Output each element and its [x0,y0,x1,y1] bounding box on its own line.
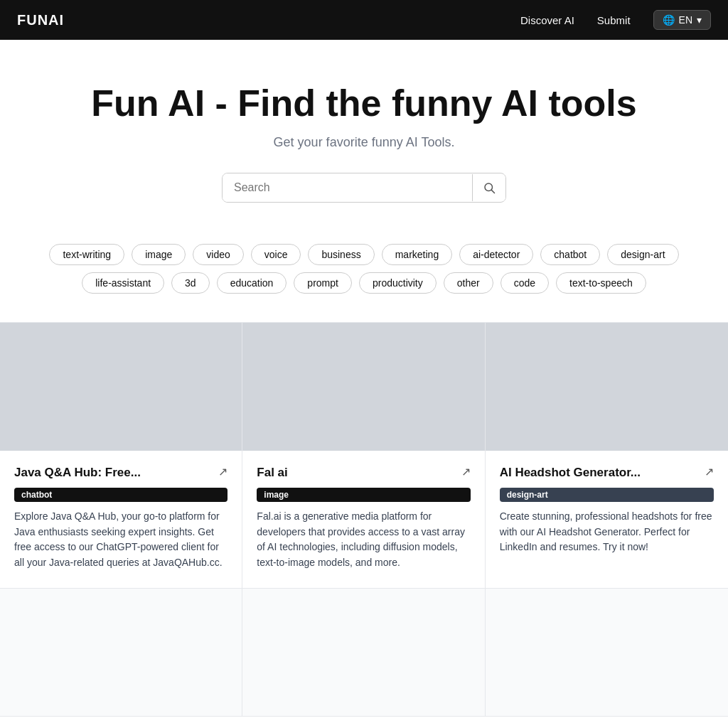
hero-subtitle: Get your favorite funny AI Tools. [14,135,714,150]
tag-design-art[interactable]: design-art [607,244,678,265]
logo: FUNAI [17,12,64,28]
search-container [14,173,714,203]
card-5-partial [242,589,485,717]
card-1-body: Java Q&A Hub: Free... ↗ chatbot Explore … [0,451,242,588]
search-icon [483,181,496,194]
card-4-partial [0,589,242,717]
card-3-header: AI Headshot Generator... ↗ [500,465,714,481]
tag-ai-detector[interactable]: ai-detector [459,244,533,265]
hero-title: Fun AI - Find the funny AI tools [14,82,714,125]
tag-prompt[interactable]: prompt [294,272,352,294]
search-button[interactable] [472,174,505,201]
tag-code[interactable]: code [500,272,549,294]
tag-3d[interactable]: 3d [171,272,210,294]
card-6-partial [486,589,728,717]
nav-links: Discover AI Submit 🌐 EN ▾ [520,10,711,30]
nav-submit[interactable]: Submit [597,14,631,26]
card-3-image [486,323,728,451]
card-2-badge: image [257,488,470,502]
language-selector[interactable]: 🌐 EN ▾ [653,10,711,30]
card-2-ext-link[interactable]: ↗ [461,465,471,478]
tag-business[interactable]: business [308,244,374,265]
nav-discover-ai[interactable]: Discover AI [520,14,574,26]
card-2-desc: Fal.ai is a generative media platform fo… [257,509,470,571]
card-1-image [0,323,242,451]
card-2-body: Fal ai ↗ image Fal.ai is a generative me… [242,451,484,588]
card-2-header: Fal ai ↗ [257,465,470,481]
tag-video[interactable]: video [193,244,243,265]
card-3-body: AI Headshot Generator... ↗ design-art Cr… [486,451,728,588]
tag-text-writing[interactable]: text-writing [49,244,124,265]
card-1: Java Q&A Hub: Free... ↗ chatbot Explore … [0,323,242,589]
svg-line-1 [491,190,494,193]
card-3: AI Headshot Generator... ↗ design-art Cr… [486,323,728,589]
card-3-badge: design-art [500,488,714,502]
hero-section: Fun AI - Find the funny AI tools Get you… [0,40,728,244]
card-2: Fal ai ↗ image Fal.ai is a generative me… [242,323,485,589]
search-box [222,173,506,203]
tag-productivity[interactable]: productivity [359,272,437,294]
language-code: EN [679,14,692,26]
tag-text-to-speech[interactable]: text-to-speech [556,272,646,294]
tag-other[interactable]: other [444,272,493,294]
card-1-badge: chatbot [14,488,228,502]
search-input[interactable] [223,173,472,202]
globe-icon: 🌐 [663,14,675,26]
chevron-down-icon: ▾ [697,14,702,26]
card-1-header: Java Q&A Hub: Free... ↗ [14,465,228,481]
card-2-title: Fal ai [257,465,287,481]
tags-section: text-writingimagevideovoicebusinessmarke… [0,244,728,322]
tag-image[interactable]: image [132,244,186,265]
tag-voice[interactable]: voice [251,244,301,265]
tag-education[interactable]: education [217,272,287,294]
tag-chatbot[interactable]: chatbot [540,244,600,265]
card-1-ext-link[interactable]: ↗ [218,465,228,478]
card-3-title: AI Headshot Generator... [500,465,641,481]
card-1-title: Java Q&A Hub: Free... [14,465,141,481]
card-3-desc: Create stunning, professional headshots … [500,509,714,555]
cards-grid: Java Q&A Hub: Free... ↗ chatbot Explore … [0,322,728,717]
tag-marketing[interactable]: marketing [382,244,452,265]
navbar: FUNAI Discover AI Submit 🌐 EN ▾ [0,0,728,40]
card-3-ext-link[interactable]: ↗ [705,465,714,478]
card-1-desc: Explore Java Q&A Hub, your go-to platfor… [14,509,228,571]
tag-life-assistant[interactable]: life-assistant [82,272,164,294]
card-2-image [242,323,484,451]
